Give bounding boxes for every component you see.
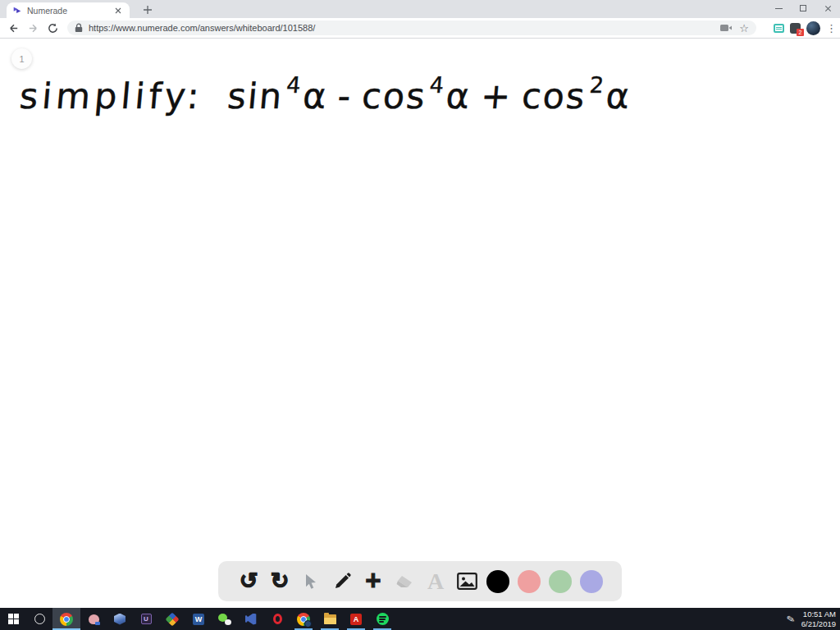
url-text: https://www.numerade.com/answers/whitebo… [89,23,720,33]
expr-plus: + [479,75,514,116]
taskbar-chrome-profile[interactable] [290,608,317,630]
word-icon: W [193,614,204,625]
new-tab-button[interactable] [139,3,156,16]
color-green-button[interactable] [548,568,573,596]
taskbar-word[interactable]: W [185,608,212,630]
taskbar-wechat[interactable] [212,608,238,630]
close-button[interactable] [815,0,840,16]
text-tool-button[interactable]: A [423,568,448,596]
color-purple-button[interactable] [579,568,604,596]
browser-tab-strip: Numerade [0,0,840,18]
start-button[interactable] [0,608,26,630]
taskbar-spotify[interactable] [369,608,395,630]
taskbar-visual-studio[interactable] [238,608,264,630]
back-button[interactable] [3,18,23,38]
color-pink-button[interactable] [517,568,541,596]
chrome-icon [60,613,73,626]
color-purple-swatch [580,570,603,593]
taskbar-code-editor[interactable]: U [133,608,159,630]
visual-studio-icon [245,614,257,625]
text-tool-icon: A [427,570,444,593]
virtualbox-icon [114,614,126,625]
extension-area: 2 ⋮ [774,18,837,38]
reload-button[interactable] [43,18,62,38]
taskbar-opera[interactable] [264,608,290,630]
taskbar-clock[interactable]: 10:51 AM 6/21/2019 [801,609,836,629]
handwritten-expression: simplify:sin4α-cos4α+cos2α [18,75,633,116]
media-camera-icon[interactable] [720,24,733,32]
whiteboard-toolbar: ↺ ↻ + A [218,561,622,601]
extension-screenshare-icon[interactable] [774,24,784,33]
color-pink-swatch [518,570,541,593]
browser-menu-icon[interactable]: ⋮ [826,23,837,34]
taskbar-file-explorer[interactable] [317,608,343,630]
expr-cos2: cos [520,75,588,116]
opera-icon [273,614,282,624]
screen: Numerade https://www [0,0,840,630]
dev-app-icon [166,612,180,626]
taskbar-dev-app[interactable] [159,608,185,630]
page-number-badge[interactable]: 1 [11,48,32,69]
paint-app-icon [89,614,99,624]
tab-title: Numerade [27,6,112,16]
taskbar-virtualbox[interactable] [107,608,133,630]
profile-avatar[interactable] [806,21,820,35]
color-green-swatch [549,570,572,593]
expr-exp2: 2 [588,72,606,98]
undo-button[interactable]: ↺ [236,568,261,596]
browser-toolbar: https://www.numerade.com/answers/whitebo… [0,18,840,38]
pen-tray-icon[interactable]: ✎ [786,613,796,626]
code-editor-icon: U [141,614,152,624]
expression-label: simplify: [18,75,205,116]
toolbar-divider [0,38,840,39]
lock-icon [75,23,83,33]
undo-icon: ↺ [240,570,258,592]
taskbar-search-button[interactable] [26,608,52,630]
tab-close-icon[interactable] [112,5,124,16]
extension-badge: 2 [797,29,804,36]
extension-with-badge-icon[interactable]: 2 [790,23,801,34]
image-tool-button[interactable] [454,568,479,596]
window-controls [766,0,840,16]
color-black-swatch [486,570,509,593]
browser-tab[interactable]: Numerade [7,2,130,18]
expr-sin: sin [226,75,285,116]
forward-button[interactable] [23,18,43,38]
taskbar-acrobat[interactable]: A [343,608,369,630]
pencil-tool-button[interactable] [330,568,354,596]
windows-taskbar: U W A [0,608,840,630]
expr-alpha2: α [445,75,473,116]
system-tray: ✎ 10:51 AM 6/21/2019 [787,608,840,630]
expr-exp4a: 4 [285,72,304,98]
expr-minus: - [336,75,354,116]
address-bar[interactable]: https://www.numerade.com/answers/whitebo… [67,21,756,35]
eraser-icon [395,574,413,589]
expr-cos1: cos [360,75,428,116]
clock-time: 10:51 AM [801,609,836,619]
image-icon [457,573,477,590]
expr-alpha3: α [605,75,633,116]
numerade-favicon [12,6,22,16]
acrobat-reader-icon: A [350,614,362,625]
taskbar-paint-app[interactable] [80,608,107,630]
clock-date: 6/21/2019 [801,619,836,629]
plus-icon: + [365,567,381,594]
wechat-icon [218,614,231,625]
maximize-button[interactable] [791,0,815,16]
windows-logo-icon [8,614,19,624]
minimize-button[interactable] [766,0,791,16]
expr-exp4b: 4 [429,72,447,98]
color-black-button[interactable] [486,568,510,596]
add-tool-button[interactable]: + [361,568,386,596]
taskbar-chrome[interactable] [52,608,80,630]
spotify-icon [377,613,389,625]
expr-alpha1: α [301,75,330,116]
redo-button[interactable]: ↻ [267,568,292,596]
eraser-tool-button[interactable] [392,568,417,596]
file-explorer-icon [324,614,336,624]
search-icon [34,614,45,624]
pencil-icon [334,573,351,590]
select-tool-button[interactable] [299,568,323,596]
cursor-icon [304,573,318,590]
bookmark-star-icon[interactable]: ☆ [739,23,749,34]
